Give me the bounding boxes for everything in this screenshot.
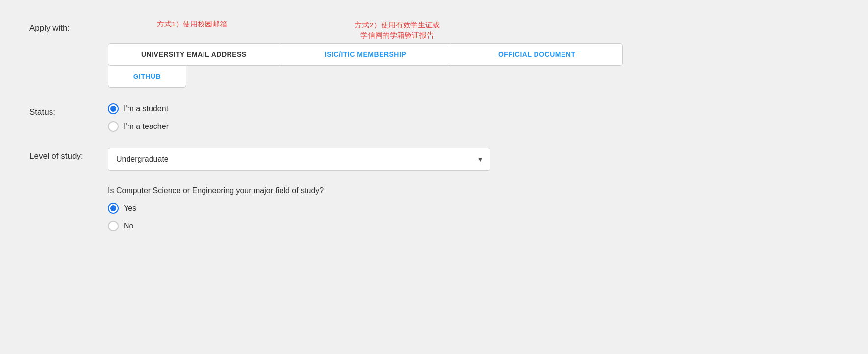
status-teacher-option[interactable]: I'm a teacher: [108, 121, 839, 132]
level-of-study-content: Undergraduate Graduate Postgraduate PhD …: [108, 148, 839, 171]
tab-university-email[interactable]: UNIVERSITY EMAIL ADDRESS: [108, 44, 280, 65]
cs-no-label: No: [124, 222, 133, 230]
annotation-2: 方式2）使用有效学生证或学信网的学籍验证报告: [355, 20, 439, 40]
tab-github[interactable]: GITHUB: [108, 66, 186, 88]
cs-radio-group: Yes No: [108, 203, 839, 231]
level-of-study-row: Level of study: Undergraduate Graduate P…: [29, 148, 839, 171]
cs-yes-option[interactable]: Yes: [108, 203, 839, 214]
status-student-label: I'm a student: [124, 104, 168, 113]
tab-official-document[interactable]: OFFICIAL DOCUMENT: [451, 44, 622, 65]
cs-no-option[interactable]: No: [108, 221, 839, 231]
cs-yes-radio[interactable]: [108, 203, 119, 214]
status-teacher-radio[interactable]: [108, 121, 119, 132]
status-teacher-label: I'm a teacher: [124, 122, 169, 131]
page-container: Apply with: 方式1）使用校园邮箱 方式2）使用有效学生证或学信网的学…: [0, 0, 868, 251]
level-of-study-select[interactable]: Undergraduate Graduate Postgraduate PhD …: [108, 148, 490, 171]
apply-with-content: 方式1）使用校园邮箱 方式2）使用有效学生证或学信网的学籍验证报告 UNIVER…: [108, 20, 839, 88]
status-label: Status:: [29, 103, 108, 117]
cs-yes-label: Yes: [124, 204, 136, 213]
status-row: Status: I'm a student I'm a teacher: [29, 103, 839, 132]
status-content: I'm a student I'm a teacher: [108, 103, 839, 132]
cs-no-radio[interactable]: [108, 221, 119, 231]
apply-with-row: Apply with: 方式1）使用校园邮箱 方式2）使用有效学生证或学信网的学…: [29, 20, 839, 88]
apply-tabs-row2: GITHUB: [108, 66, 839, 88]
tab-isic[interactable]: ISIC/ITIC MEMBERSHIP: [280, 44, 452, 65]
status-radio-group: I'm a student I'm a teacher: [108, 103, 839, 132]
level-of-study-label: Level of study:: [29, 148, 108, 161]
annotations: 方式1）使用校园邮箱 方式2）使用有效学生证或学信网的学籍验证报告: [108, 20, 839, 40]
cs-question-text: Is Computer Science or Engineering your …: [108, 186, 839, 195]
annotation-1: 方式1）使用校园邮箱: [157, 20, 227, 40]
status-student-radio[interactable]: [108, 103, 119, 114]
apply-with-label: Apply with:: [29, 20, 108, 33]
apply-tabs-row1: UNIVERSITY EMAIL ADDRESS ISIC/ITIC MEMBE…: [108, 43, 623, 66]
cs-question-section: Is Computer Science or Engineering your …: [108, 186, 839, 231]
status-student-option[interactable]: I'm a student: [108, 103, 839, 114]
level-of-study-wrapper: Undergraduate Graduate Postgraduate PhD …: [108, 148, 490, 171]
